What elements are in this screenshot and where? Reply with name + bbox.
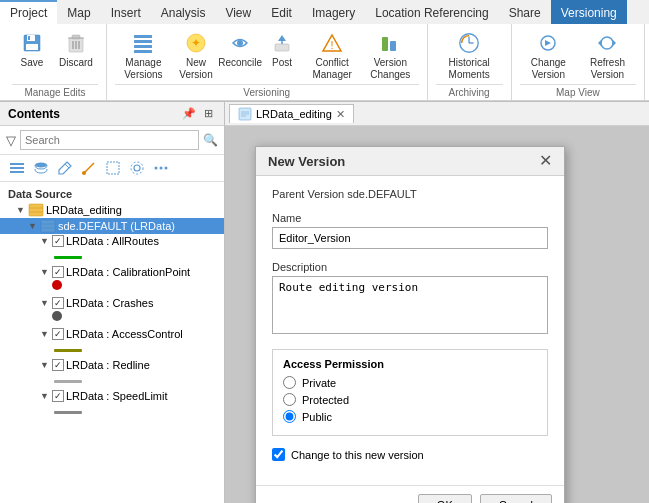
- historical-moments-button[interactable]: Historical Moments: [436, 28, 503, 84]
- access-permission-section: Access Permission Private Protected: [272, 349, 548, 436]
- tab-location-referencing[interactable]: Location Referencing: [365, 0, 498, 24]
- tab-imagery[interactable]: Imagery: [302, 0, 365, 24]
- private-radio-item: Private: [283, 376, 537, 389]
- crashes-checkbox[interactable]: [52, 297, 64, 309]
- arrow-icon: ▼: [28, 221, 38, 231]
- svg-rect-23: [390, 41, 396, 51]
- allroutes-checkbox[interactable]: [52, 235, 64, 247]
- conflict-manager-label: Conflict Manager: [309, 57, 355, 81]
- svg-rect-10: [134, 35, 152, 38]
- protected-label: Protected: [302, 394, 349, 406]
- discard-label: Discard: [59, 57, 93, 69]
- calibpoint-checkbox[interactable]: [52, 266, 64, 278]
- protected-radio[interactable]: [283, 393, 296, 406]
- svg-text:✦: ✦: [191, 36, 201, 50]
- reconcile-icon: [228, 31, 252, 55]
- crashes-indicator: [0, 310, 224, 324]
- description-input[interactable]: Route editing version: [272, 276, 548, 334]
- svg-rect-2: [26, 44, 38, 50]
- save-button[interactable]: Save: [12, 28, 52, 84]
- expand-button[interactable]: ⊞: [201, 106, 216, 121]
- svg-rect-12: [134, 45, 152, 48]
- contents-title: Contents: [8, 107, 60, 121]
- map-area[interactable]: New Version ✕ Parent Version sde.DEFAULT…: [225, 126, 649, 503]
- tree-item-allroutes[interactable]: ▼ LRData : AllRoutes: [0, 234, 224, 248]
- search-button[interactable]: 🔍: [203, 133, 218, 147]
- modal-body: Parent Version sde.DEFAULT Name Descript…: [256, 176, 564, 485]
- reconcile-button[interactable]: Reconcile: [220, 28, 260, 84]
- access-control-checkbox[interactable]: [52, 328, 64, 340]
- change-version-button[interactable]: Change Version: [520, 28, 577, 84]
- change-version-checkbox[interactable]: [272, 448, 285, 461]
- tab-edit[interactable]: Edit: [261, 0, 302, 24]
- arrow-icon: ▼: [40, 360, 50, 370]
- tab-insert[interactable]: Insert: [101, 0, 151, 24]
- version-changes-label: Version Changes: [367, 57, 413, 81]
- redline-checkbox[interactable]: [52, 359, 64, 371]
- document-tab[interactable]: LRData_editing ✕: [229, 104, 354, 123]
- arrow-icon: ▼: [40, 391, 50, 401]
- description-label: Description: [272, 261, 548, 273]
- manage-versions-button[interactable]: Manage Versions: [115, 28, 172, 84]
- save-icon: [20, 31, 44, 55]
- version-changes-button[interactable]: Version Changes: [362, 28, 418, 84]
- tree-item-sde-default[interactable]: ▼ sde.DEFAULT (LRData): [0, 218, 224, 234]
- access-control-indicator: [0, 341, 224, 355]
- conflict-manager-button[interactable]: ! Conflict Manager: [304, 28, 360, 84]
- tab-versioning[interactable]: Versioning: [551, 0, 627, 24]
- tab-map[interactable]: Map: [57, 0, 100, 24]
- close-tab-icon[interactable]: ✕: [336, 108, 345, 121]
- search-input[interactable]: [20, 130, 199, 150]
- modal-footer: OK Cancel: [256, 485, 564, 503]
- group-versioning: Manage Versions ✦ New Version: [107, 24, 428, 100]
- modal-close-button[interactable]: ✕: [539, 153, 552, 169]
- tree-item-speedlimit[interactable]: ▼ LRData : SpeedLimit: [0, 389, 224, 403]
- manage-edits-buttons: Save Discard: [12, 28, 98, 84]
- access-control-text: LRData : AccessControl: [66, 328, 183, 340]
- svg-rect-22: [382, 37, 388, 51]
- tab-analysis[interactable]: Analysis: [151, 0, 216, 24]
- select-icon[interactable]: [102, 157, 124, 179]
- tree-area: Data Source ▼ LRData_editing ▼ sde.DEFAU…: [0, 182, 224, 503]
- discard-button[interactable]: Discard: [54, 28, 98, 84]
- tab-project[interactable]: Project: [0, 0, 57, 24]
- ok-button[interactable]: OK: [418, 494, 472, 503]
- edit-icon[interactable]: [54, 157, 76, 179]
- modal-header: New Version ✕: [256, 147, 564, 176]
- version-changes-icon: [378, 31, 402, 55]
- new-version-icon: ✦: [184, 31, 208, 55]
- ribbon-groups: Save Discard: [0, 24, 649, 101]
- tab-bar: LRData_editing ✕: [225, 102, 649, 126]
- cancel-button[interactable]: Cancel: [480, 494, 552, 503]
- modal-overlay: New Version ✕ Parent Version sde.DEFAULT…: [225, 126, 649, 503]
- svg-point-41: [160, 167, 163, 170]
- name-input[interactable]: [272, 227, 548, 249]
- tab-view[interactable]: View: [215, 0, 261, 24]
- svg-point-39: [131, 162, 143, 174]
- db-icon: [40, 219, 56, 233]
- database-icon[interactable]: [30, 157, 52, 179]
- refresh-version-button[interactable]: Refresh Version: [579, 28, 636, 84]
- layer-list-icon[interactable]: [6, 157, 28, 179]
- tree-item-calibpoint[interactable]: ▼ LRData : CalibrationPoint: [0, 265, 224, 279]
- sde-default-text: sde.DEFAULT (LRData): [58, 220, 175, 232]
- draw-icon[interactable]: [78, 157, 100, 179]
- private-radio[interactable]: [283, 376, 296, 389]
- post-button[interactable]: Post: [262, 28, 302, 84]
- public-radio[interactable]: [283, 410, 296, 423]
- description-group: Description Route editing version: [272, 261, 548, 337]
- tree-item-redline[interactable]: ▼ LRData : Redline: [0, 358, 224, 372]
- svg-line-34: [65, 164, 69, 168]
- svg-marker-29: [598, 40, 601, 46]
- settings-icon[interactable]: [126, 157, 148, 179]
- tree-item-crashes[interactable]: ▼ LRData : Crashes: [0, 296, 224, 310]
- historical-moments-icon: [457, 31, 481, 55]
- more-icon[interactable]: [150, 157, 172, 179]
- pin-button[interactable]: 📌: [179, 106, 199, 121]
- tree-item-lrdata-editing[interactable]: ▼ LRData_editing: [0, 202, 224, 218]
- change-version-icon: [536, 31, 560, 55]
- speedlimit-checkbox[interactable]: [52, 390, 64, 402]
- tab-share[interactable]: Share: [499, 0, 551, 24]
- tree-item-access-control[interactable]: ▼ LRData : AccessControl: [0, 327, 224, 341]
- new-version-button[interactable]: ✦ New Version: [174, 28, 218, 84]
